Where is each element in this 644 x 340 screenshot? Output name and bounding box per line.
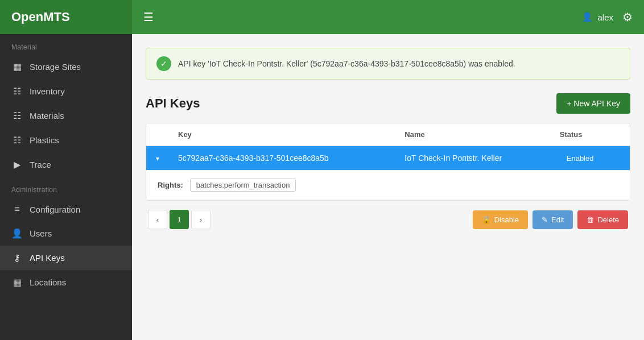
edit-button[interactable]: ✎ Edit — [532, 210, 573, 229]
next-page-button[interactable]: › — [191, 210, 210, 229]
disable-label: Disable — [494, 215, 519, 224]
hamburger-icon[interactable]: ☰ — [143, 10, 154, 24]
topbar-left: ☰ — [143, 10, 154, 24]
rights-badge: batches:perform_transaction — [190, 179, 296, 192]
storage-sites-icon: ▦ — [11, 61, 23, 72]
sidebar-item-api-keys[interactable]: ⚷ API Keys — [0, 246, 132, 270]
main-wrapper: ☰ 👤 alex ⚙ ✓ API key 'IoT Check-In Ponts… — [132, 0, 644, 340]
sidebar-item-locations[interactable]: ▦ Locations — [0, 270, 132, 295]
app-logo: OpenMTS — [0, 0, 132, 34]
name-column-header: Name — [395, 123, 550, 146]
sidebar-item-label: Locations — [30, 277, 66, 287]
key-column-header: Key — [169, 123, 395, 146]
pagination: ‹ 1 › — [148, 210, 210, 229]
sidebar-item-label: Configuration — [30, 205, 80, 214]
page-1-button[interactable]: 1 — [170, 210, 189, 229]
name-cell: IoT Check-In Pontstr. Keller — [395, 146, 550, 171]
gear-icon[interactable]: ⚙ — [622, 10, 633, 24]
sidebar-item-label: Users — [30, 229, 52, 238]
sidebar-item-trace[interactable]: ▶ Trace — [0, 152, 132, 177]
edit-icon: ✎ — [542, 215, 548, 224]
api-keys-table: Key Name Status ▾ 5c792aa7-c36a-4393-b31… — [146, 123, 630, 200]
status-column-header: Status — [551, 123, 630, 146]
table-header-row: Key Name Status — [146, 123, 630, 146]
user-avatar-icon: 👤 — [582, 12, 593, 22]
sidebar-item-label: Plastics — [30, 135, 59, 145]
disable-button[interactable]: 🔒 Disable — [473, 210, 528, 229]
check-icon: ✓ — [156, 56, 171, 71]
sidebar-item-plastics[interactable]: ☷ Plastics — [0, 128, 132, 152]
expanded-row: Rights: batches:perform_transaction — [146, 171, 630, 200]
api-keys-table-container: Key Name Status ▾ 5c792aa7-c36a-4393-b31… — [146, 123, 630, 201]
sidebar-item-label: API Keys — [30, 253, 65, 263]
new-api-key-label: + New API Key — [567, 99, 620, 108]
sidebar-item-label: Trace — [30, 160, 51, 169]
expand-cell[interactable]: ▾ — [146, 146, 169, 171]
material-section-label: Material — [0, 34, 132, 55]
inventory-icon: ☷ — [11, 86, 23, 97]
status-badge: Enabled — [560, 152, 601, 165]
table-row[interactable]: ▾ 5c792aa7-c36a-4393-b317-501cee8c8a5b I… — [146, 146, 630, 171]
sidebar-item-label: Storage Sites — [30, 62, 81, 72]
delete-button[interactable]: 🗑 Delete — [577, 210, 628, 229]
trash-icon: 🗑 — [587, 215, 594, 224]
lock-icon: 🔒 — [482, 215, 491, 224]
table-footer: ‹ 1 › 🔒 Disable ✎ Edit 🗑 Delete — [146, 210, 630, 229]
expand-column — [146, 123, 169, 146]
sidebar-item-inventory[interactable]: ☷ Inventory — [0, 79, 132, 103]
success-alert: ✓ API key 'IoT Check-In Pontstr. Keller'… — [146, 48, 630, 80]
rights-label: Rights: — [158, 181, 183, 189]
materials-icon: ☷ — [11, 110, 23, 121]
page-number: 1 — [177, 215, 181, 224]
delete-label: Delete — [597, 215, 619, 224]
edit-label: Edit — [551, 215, 564, 224]
alert-message: API key 'IoT Check-In Pontstr. Keller' (… — [178, 59, 515, 68]
plastics-icon: ☷ — [11, 135, 23, 146]
api-keys-icon: ⚷ — [11, 252, 23, 263]
expanded-content: Rights: batches:perform_transaction — [146, 171, 630, 200]
page-title: API Keys — [146, 96, 200, 111]
trace-icon: ▶ — [11, 159, 23, 170]
app-name: OpenMTS — [11, 10, 70, 24]
topbar-right: 👤 alex ⚙ — [582, 10, 633, 24]
admin-section-label: Administration — [0, 177, 132, 197]
sidebar-item-label: Inventory — [30, 86, 65, 96]
users-icon: 👤 — [11, 228, 23, 239]
expand-button[interactable]: ▾ — [156, 155, 159, 163]
topbar: ☰ 👤 alex ⚙ — [132, 0, 644, 34]
sidebar: OpenMTS Material ▦ Storage Sites ☷ Inven… — [0, 0, 132, 340]
user-info: 👤 alex — [582, 12, 613, 22]
content-area: ✓ API key 'IoT Check-In Pontstr. Keller'… — [132, 34, 644, 340]
sidebar-item-label: Materials — [30, 111, 64, 121]
configuration-icon: ≡ — [11, 204, 23, 214]
action-buttons: 🔒 Disable ✎ Edit 🗑 Delete — [473, 210, 628, 229]
new-api-key-button[interactable]: + New API Key — [556, 93, 630, 114]
sidebar-item-configuration[interactable]: ≡ Configuration — [0, 197, 132, 221]
page-header: API Keys + New API Key — [146, 93, 630, 114]
locations-icon: ▦ — [11, 277, 23, 288]
sidebar-item-storage-sites[interactable]: ▦ Storage Sites — [0, 55, 132, 79]
status-cell: Enabled — [551, 146, 630, 171]
prev-page-button[interactable]: ‹ — [148, 210, 167, 229]
sidebar-item-materials[interactable]: ☷ Materials — [0, 103, 132, 128]
username-label: alex — [597, 13, 613, 22]
sidebar-item-users[interactable]: 👤 Users — [0, 221, 132, 246]
key-cell: 5c792aa7-c36a-4393-b317-501cee8c8a5b — [169, 146, 395, 171]
